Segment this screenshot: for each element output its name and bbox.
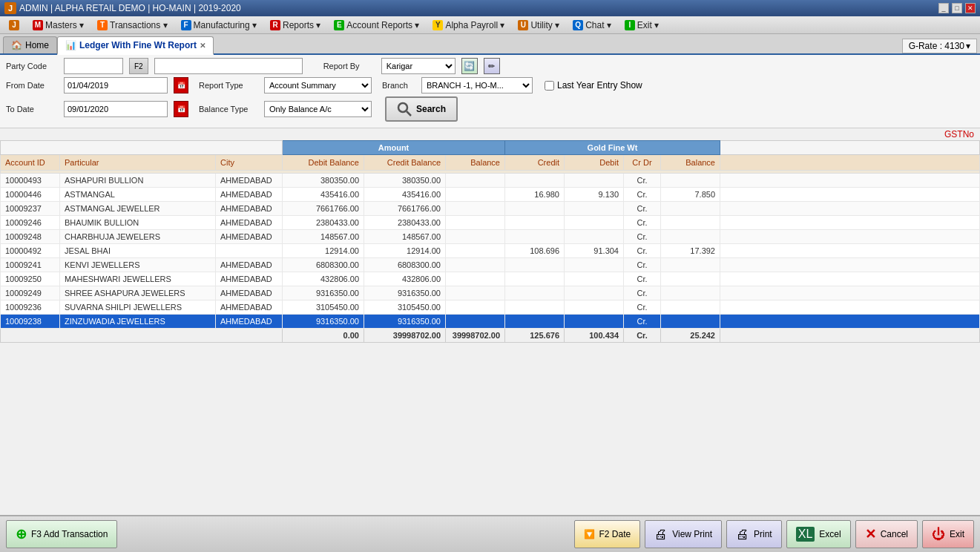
last-year-checkbox-label[interactable]: Last Year Entry Show	[545, 80, 642, 91]
masters-icon: M	[33, 20, 43, 30]
svg-point-0	[398, 103, 407, 112]
table-row[interactable]: 10009238ZINZUWADIA JEWELLERSAHMEDABAD931…	[1, 315, 980, 329]
svg-line-1	[407, 111, 411, 116]
report-type-select[interactable]: Account Summary	[264, 77, 372, 93]
exit-button[interactable]: ⏻ Exit	[922, 520, 974, 548]
header-empty-2	[720, 141, 980, 155]
add-transaction-icon: ⊕	[16, 526, 27, 542]
exit-label: Exit	[950, 529, 964, 539]
app-icon: J	[4, 2, 16, 14]
home-icon: J	[9, 20, 19, 30]
table-row[interactable]: 10009248CHARBHUJA JEWELERSAHMEDABAD14856…	[1, 230, 980, 244]
menu-manufacturing[interactable]: F Manufacturing ▾	[175, 19, 263, 32]
table-row[interactable]: 10000493ASHAPURI BULLIONAHMEDABAD380350.…	[1, 174, 980, 188]
from-date-calendar-button[interactable]: 📅	[174, 77, 188, 93]
col-header-debit-balance: Debit Balance	[283, 155, 364, 171]
summary-row: 0.00 39998702.00 39998702.00 125.676 100…	[1, 329, 980, 343]
table-row[interactable]: 10009249SHREE ASHAPURA JEWELERSAHMEDABAD…	[1, 286, 980, 300]
f2-button[interactable]: F2	[129, 58, 148, 74]
f2-date-button[interactable]: 🔽 F2 Date	[574, 520, 641, 548]
menu-transactions[interactable]: T Transactions ▾	[91, 19, 174, 32]
table-row[interactable]: 10009241KENVI JEWELLERSAHMEDABAD6808300.…	[1, 258, 980, 272]
menu-masters[interactable]: M Masters ▾	[27, 19, 90, 32]
table-row[interactable]: 10009250MAHESHWARI JEWELLERSAHMEDABAD432…	[1, 272, 980, 286]
menu-manufacturing-label: Manufacturing ▾	[194, 20, 257, 30]
report-by-select[interactable]: Karigar	[381, 58, 456, 74]
table-container[interactable]: Amount Gold Fine Wt Account ID Particula…	[0, 140, 980, 515]
from-date-input[interactable]	[64, 77, 168, 93]
title-bar-left: J ADMIN | ALPHA RETAIL DEMO | HO-MAIN | …	[4, 2, 241, 14]
party-code-input[interactable]	[64, 58, 123, 74]
ledger-tab-icon: 📊	[65, 40, 76, 50]
report-by-edit-button[interactable]: ✏	[484, 58, 500, 74]
admin-info: ADMIN | ALPHA RETAIL DEMO | HO-MAIN | 20…	[19, 3, 241, 13]
main-content: Party Code F2 Report By Karigar 🔄 ✏ From…	[0, 55, 980, 552]
grate-dropdown-icon[interactable]: ▾	[966, 41, 970, 51]
grate-label: G-Rate : 4130	[909, 41, 964, 51]
menu-bar: J M Masters ▾ T Transactions ▾ F Manufac…	[0, 16, 980, 34]
to-date-label: To Date	[6, 105, 58, 114]
menu-utility[interactable]: U Utility ▾	[512, 19, 565, 32]
print-label: Print	[754, 529, 772, 539]
summary-debit-balance: 0.00	[283, 329, 364, 343]
search-button[interactable]: Search	[385, 96, 458, 122]
header-amount-group: Amount	[283, 141, 505, 155]
table-row[interactable]: 10000492JESAL BHAI12914.0012914.00108.69…	[1, 244, 980, 258]
tab-home[interactable]: 🏠 Home	[3, 36, 57, 53]
to-date-input[interactable]	[64, 101, 168, 117]
branch-select[interactable]: BRANCH -1, HO-M...	[421, 77, 533, 93]
report-by-refresh-button[interactable]: 🔄	[461, 58, 478, 74]
menu-chat[interactable]: Q Chat ▾	[567, 19, 617, 32]
print-button[interactable]: 🖨 Print	[726, 520, 782, 548]
menu-alpha-payroll[interactable]: Y Alpha Payroll ▾	[427, 19, 510, 32]
party-name-input[interactable]	[154, 58, 303, 74]
grate-badge: G-Rate : 4130 ▾	[902, 39, 977, 53]
exit-icon: I	[625, 20, 635, 30]
col-header-gold-balance: Balance	[661, 155, 720, 171]
excel-button[interactable]: XL Excel	[786, 520, 851, 548]
add-transaction-button[interactable]: ⊕ F3 Add Transaction	[6, 520, 117, 548]
view-print-icon: 🖨	[654, 527, 668, 542]
report-by-label: Report By	[323, 62, 375, 70]
transactions-icon: T	[97, 20, 108, 30]
utility-icon: U	[518, 20, 528, 30]
maximize-button[interactable]: □	[952, 3, 962, 13]
title-bar-right: _ □ ✕	[938, 3, 976, 13]
last-year-checkbox[interactable]	[545, 81, 554, 91]
alpha-payroll-icon: Y	[433, 20, 443, 30]
col-header-debit: Debit	[565, 155, 624, 171]
from-date-label: From Date	[6, 81, 58, 90]
menu-reports[interactable]: R Reports ▾	[264, 19, 326, 32]
f2-date-label: F2 Date	[599, 529, 631, 539]
table-row[interactable]: 10009236SUVARNA SHILPI JEWELLERSAHMEDABA…	[1, 300, 980, 315]
menu-alpha-payroll-label: Alpha Payroll ▾	[445, 20, 504, 30]
table-row[interactable]: 10009237ASTMANGAL JEWELLERAHMEDABAD76617…	[1, 202, 980, 216]
chat-icon: Q	[573, 20, 583, 30]
col-header-credit-balance: Credit Balance	[364, 155, 446, 171]
col-header-particular: Particular	[60, 155, 216, 171]
form-row-2: From Date 📅 Report Type Account Summary …	[6, 77, 974, 93]
table-body: 10000493ASHAPURI BULLIONAHMEDABAD380350.…	[1, 174, 980, 329]
tab-close-icon[interactable]: ✕	[200, 42, 205, 50]
menu-exit[interactable]: I Exit ▾	[619, 19, 665, 32]
add-transaction-label: F3 Add Transaction	[31, 529, 108, 539]
tab-ledger[interactable]: 📊 Ledger With Fine Wt Report ✕	[57, 36, 214, 55]
menu-transactions-label: Transactions ▾	[110, 20, 168, 30]
menu-home[interactable]: J	[3, 19, 25, 32]
menu-account-reports-label: Account Reports ▾	[346, 20, 419, 30]
minimize-button[interactable]: _	[938, 3, 949, 13]
to-date-calendar-button[interactable]: 📅	[174, 101, 188, 117]
col-header-crdr: Cr Dr	[624, 155, 661, 171]
summary-balance: 39998702.00	[446, 329, 505, 343]
close-button[interactable]: ✕	[965, 3, 976, 13]
cancel-button[interactable]: ✕ Cancel	[855, 520, 918, 548]
tab-home-label: Home	[25, 40, 49, 50]
menu-account-reports[interactable]: E Account Reports ▾	[328, 19, 425, 32]
table-row[interactable]: 10000446ASTMANGALAHMEDABAD435416.0043541…	[1, 188, 980, 202]
balance-type-select[interactable]: Only Balance A/c	[264, 101, 372, 117]
col-header-credit: Credit	[505, 155, 565, 171]
excel-label: Excel	[819, 529, 841, 539]
table-row[interactable]: 10009246BHAUMIK BULLIONAHMEDABAD2380433.…	[1, 216, 980, 230]
view-print-button[interactable]: 🖨 View Print	[645, 520, 722, 548]
cancel-icon: ✕	[865, 526, 876, 542]
